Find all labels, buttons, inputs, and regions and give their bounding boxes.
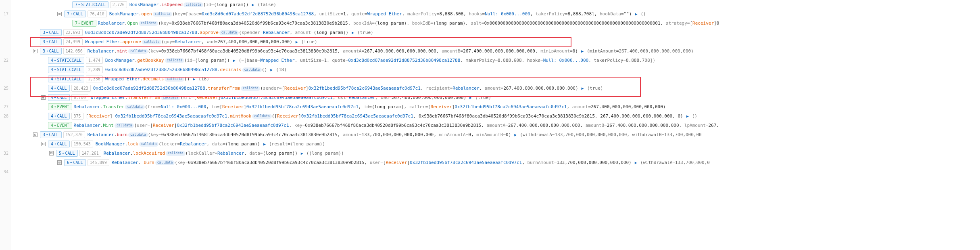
address-link[interactable]: Wrapped Ether [260, 58, 295, 63]
address-link[interactable]: BookManager [96, 141, 125, 147]
call-type-badge: 4 → EVENT [48, 122, 72, 129]
step-icon[interactable]: ▶ [301, 149, 303, 158]
calldata-badge[interactable]: calldata [166, 151, 186, 156]
address-link[interactable]: BookManager [129, 2, 159, 7]
address-link[interactable]: Rebalancer [88, 132, 114, 137]
address-link[interactable]: 0x32fb1bedd95bf78ca2c6943ae5aeaeaafc0d97… [309, 86, 421, 91]
param-key: amount= [295, 30, 313, 35]
address-link[interactable]: 0x32fb1bedd95bf78ca2c6943ae5aeaeaafc0d97… [177, 123, 289, 128]
calldata-badge[interactable]: calldata [242, 67, 262, 72]
expand-icon[interactable]: ⊞ [57, 12, 62, 16]
address-link[interactable]: Wrapped Ether [367, 11, 402, 17]
address-link[interactable]: Rebalancer [452, 86, 479, 91]
calldata-badge[interactable]: calldata [183, 2, 203, 7]
address-link[interactable]: BookManager [109, 11, 139, 17]
gas-cost: 2,336 [86, 76, 103, 82]
address-link[interactable]: Rebalancer [98, 21, 125, 26]
line-number [0, 121, 11, 130]
address-link[interactable]: 0x32fb1bedd95bf78ca2c6943ae5aeaeaafc0d97… [115, 113, 227, 119]
address-link[interactable]: 0xd3c8d0cd07ade92df2d88752d36b80498ca127… [93, 86, 205, 91]
calldata-badge[interactable]: calldata [153, 12, 173, 17]
method-name: transferFrom [128, 95, 160, 100]
trace-row: 4 → CALL28,4230xd3c8d0cd07ade92df2d88752… [11, 84, 980, 93]
calldata-badge[interactable]: calldata [128, 132, 148, 137]
address-link[interactable]: 0xd3c8d0cd07ade92df2d88752d36b80498ca127… [105, 67, 217, 72]
calldata-badge[interactable]: calldata [165, 77, 184, 82]
step-icon[interactable]: ▶ [193, 74, 195, 84]
address-link[interactable]: 0x32fb1bedd95bf78ca2c6943ae5aeaeaafc0d97… [221, 95, 333, 100]
step-icon[interactable]: ▶ [686, 111, 689, 121]
calldata-badge[interactable]: calldata [219, 30, 239, 35]
calldata-badge[interactable]: calldata [241, 86, 261, 91]
calldata-badge[interactable]: calldata [139, 21, 158, 26]
step-icon[interactable]: ▶ [252, 0, 254, 9]
address-link[interactable]: 0xd3c8d0cd07ade92df2d88752d36b80498ca127… [348, 58, 460, 63]
method-name: mint [117, 48, 128, 54]
address-link[interactable]: 0xd3c8d0cd07ade92df2d88752d36b80498ca127… [85, 30, 197, 35]
step-icon[interactable]: ▶ [514, 130, 517, 139]
step-icon[interactable]: ▶ [233, 56, 236, 65]
method-name: lockAcquired [133, 151, 165, 156]
address-link[interactable]: Rebalancer [349, 95, 375, 100]
step-icon[interactable]: ▶ [635, 158, 637, 167]
address-link[interactable]: Rebalancer [180, 141, 206, 147]
calldata-badge[interactable]: calldata [139, 142, 159, 147]
call-signature: 0xd3c8d0cd07ade92df2d88752d36b80498ca127… [105, 65, 267, 74]
address-link[interactable]: Wrapped Ether [91, 95, 125, 100]
address-link[interactable]: Rebalancer [104, 151, 130, 156]
address-link[interactable]: 0x32fb1bedd95bf78ca2c6943ae5aeaeaafc0d97… [455, 104, 567, 109]
step-icon[interactable]: ▶ [352, 28, 354, 37]
collapse-icon[interactable]: ⊟ [41, 142, 46, 146]
calldata-badge[interactable]: calldata [155, 160, 175, 165]
collapse-icon[interactable]: ⊟ [57, 160, 62, 165]
call-signature: [Receiver] 0x32fb1bedd95bf78ca2c6943ae5a… [86, 111, 683, 121]
address-link[interactable]: Rebalancer [175, 39, 201, 44]
address-link[interactable]: Rebalancer [217, 151, 244, 156]
step-icon[interactable]: ▶ [635, 9, 637, 19]
step-icon[interactable]: ▶ [582, 84, 584, 93]
calldata-badge[interactable]: calldata [252, 114, 272, 119]
line-number [0, 93, 11, 102]
address-link[interactable]: 0xd3c8d0cd07ade92df2d88752d36b80498ca127… [202, 11, 314, 17]
step-icon[interactable]: ▶ [296, 37, 298, 46]
line-number [0, 37, 11, 46]
calldata-badge[interactable]: calldata [115, 123, 134, 128]
address-link[interactable]: Rebalancer [74, 104, 100, 109]
calldata-badge[interactable]: calldata [165, 58, 185, 63]
calldata-badge[interactable]: calldata [142, 40, 162, 44]
calldata-badge[interactable]: calldata [128, 49, 148, 54]
method-name: decimals [143, 76, 164, 82]
step-icon[interactable]: ▶ [581, 46, 584, 56]
address-link[interactable]: Wrapped Ether [105, 76, 140, 82]
address-link[interactable]: Rebalancer [88, 48, 114, 54]
address-link[interactable]: Rebalancer [263, 30, 290, 35]
address-link[interactable]: 0x32fb1bedd95bf78ca2c6943ae5aeaeaafc0d97… [410, 160, 522, 165]
address-link[interactable]: BookManager [105, 58, 135, 63]
param-key: hooks= [469, 11, 485, 17]
address-link[interactable]: Rebalancer [74, 123, 100, 128]
collapse-icon[interactable]: ⊟ [49, 151, 54, 155]
call-type-badge: 3 → CALL [40, 131, 62, 138]
calldata-badge[interactable]: calldata [125, 105, 145, 109]
call-signature: BookManager.getBookKeycalldata(id=⟨long … [105, 56, 230, 65]
address-link[interactable]: Null: 0x000...000 [485, 11, 530, 17]
calldata-badge[interactable]: calldata [161, 95, 181, 100]
address-link[interactable]: 0x32fb1bedd95bf78ca2c6943ae5aeaeaafc0d97… [301, 113, 413, 119]
expand-icon[interactable]: ⊞ [41, 95, 46, 100]
step-icon[interactable]: ▶ [263, 139, 266, 149]
return-value: (withdrawalA=133,700,000,000,000,000,000… [520, 130, 701, 139]
address-link[interactable]: Wrapped Ether [85, 39, 120, 44]
collapse-icon[interactable]: ⊟ [33, 132, 38, 137]
step-icon[interactable]: ▶ [469, 93, 472, 102]
address-link[interactable]: 0x32fb1bedd95bf78ca2c6943ae5aeaeaafc0d97… [246, 104, 359, 109]
call-signature: Rebalancer.Transfercalldata(from=Null: 0… [74, 102, 666, 111]
step-icon[interactable]: ▶ [270, 65, 273, 74]
receiver-tag: Receiver [431, 104, 452, 109]
address-link[interactable]: Null: 0x000...000 [543, 58, 589, 63]
collapse-icon[interactable]: ⊟ [33, 49, 38, 53]
address-link[interactable]: Rebalancer [112, 160, 138, 165]
line-number: 27 [0, 102, 11, 111]
address-link[interactable]: Null: 0x000...000 [161, 104, 206, 109]
param-key: strategy= [666, 21, 690, 26]
trace-row: 4 → CALL375[Receiver] 0x32fb1bedd95bf78c… [11, 111, 980, 121]
